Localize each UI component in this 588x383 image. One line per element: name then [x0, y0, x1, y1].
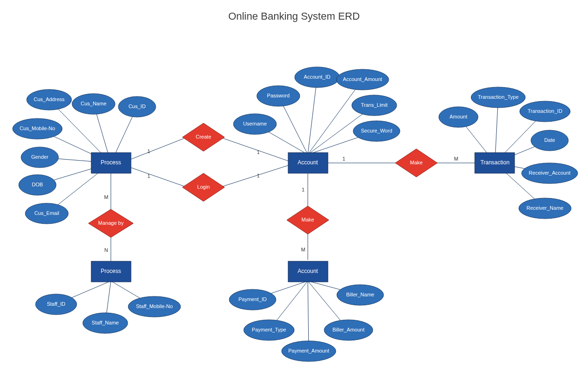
svg-text:Biller_Amount: Biller_Amount: [333, 327, 364, 332]
svg-text:Receiver_Name: Receiver_Name: [527, 205, 564, 211]
svg-text:Staff_ID: Staff_ID: [47, 301, 65, 307]
card-create-account: 1: [257, 149, 260, 155]
rel-make-trans: Make: [395, 149, 437, 177]
svg-line-9: [131, 168, 187, 187]
card-manage-process2: N: [104, 247, 108, 253]
card-process-create: 1: [147, 148, 150, 154]
svg-text:Create: Create: [196, 134, 211, 140]
svg-line-34: [308, 281, 309, 351]
attr-receiver-account: Receiver_Account: [522, 163, 578, 184]
attr-cus-email: Cus_Email: [25, 203, 68, 224]
attr-account-id: Account_ID: [295, 67, 340, 88]
attr-password: Password: [257, 86, 300, 106]
svg-line-7: [131, 137, 187, 159]
svg-text:Trans_Limit: Trans_Limit: [361, 102, 387, 108]
svg-text:Date: Date: [544, 137, 555, 143]
svg-text:Transaction: Transaction: [480, 159, 509, 166]
attr-cus-address: Cus_Address: [27, 89, 72, 110]
attr-payment-amount: Payment_Amount: [282, 341, 336, 361]
card-process-login: 1: [147, 173, 150, 179]
svg-line-16: [308, 80, 363, 155]
svg-text:Staff_Name: Staff_Name: [92, 320, 119, 325]
attr-staff-id: Staff_ID: [36, 294, 77, 315]
svg-text:Secure_Word: Secure_Word: [361, 128, 392, 133]
attr-receiver-name: Receiver_Name: [519, 198, 571, 219]
attr-payment-type: Payment_Type: [244, 320, 294, 340]
svg-text:Account_Amount: Account_Amount: [343, 76, 382, 82]
card-account-make1: 1: [302, 187, 305, 192]
entity-process: Process: [91, 153, 131, 173]
svg-text:Account: Account: [298, 159, 318, 166]
svg-text:Gender: Gender: [31, 154, 49, 160]
card-process-manage: M: [104, 194, 108, 200]
svg-text:Payment_Type: Payment_Type: [252, 327, 286, 332]
card-make1-account2: M: [301, 247, 305, 252]
entity-account: Account: [288, 153, 328, 173]
attr-amount: Amount: [439, 107, 478, 127]
card-account-make2: 1: [342, 156, 345, 162]
rel-make-account: Make: [287, 206, 329, 234]
attr-staff-name: Staff_Name: [83, 313, 128, 333]
svg-text:Manage by: Manage by: [98, 220, 124, 226]
attr-username: Username: [233, 114, 276, 134]
entity-transaction: Transaction: [475, 153, 515, 173]
attr-trans-type: Transaction_Type: [471, 87, 525, 108]
svg-text:Make: Make: [302, 217, 314, 222]
erd-canvas: 1 1 1 1 M N 1 M 1 M Process Process Acco…: [0, 0, 588, 383]
svg-line-8: [220, 137, 290, 162]
svg-text:Cus_Email: Cus_Email: [34, 210, 59, 216]
svg-text:Transaction_Type: Transaction_Type: [478, 94, 518, 100]
svg-text:Payment_Amount: Payment_Amount: [288, 348, 329, 354]
rel-create: Create: [182, 123, 225, 151]
svg-text:Make: Make: [410, 160, 423, 165]
svg-text:Transaction_ID: Transaction_ID: [528, 108, 562, 114]
svg-text:Cus_ID: Cus_ID: [129, 103, 146, 109]
attr-gender: Gender: [21, 147, 58, 168]
card-make2-trans: M: [454, 156, 458, 162]
svg-text:Username: Username: [243, 121, 267, 126]
attr-date: Date: [531, 130, 568, 151]
svg-text:Password: Password: [267, 93, 290, 98]
attr-dob: DOB: [19, 175, 56, 195]
svg-text:Amount: Amount: [450, 114, 467, 119]
attr-staff-mobile: Staff_Mobile-No: [128, 296, 181, 317]
attr-cus-mobile: Cus_Mobile-No: [13, 118, 62, 139]
attr-account-amount: Account_Amount: [336, 69, 389, 90]
attr-biller-name: Biller_Name: [337, 285, 384, 305]
svg-text:Process: Process: [101, 159, 121, 166]
svg-text:Receiver_Account: Receiver_Account: [529, 170, 570, 176]
entity-process2: Process: [91, 261, 131, 282]
svg-text:Cus_Address: Cus_Address: [34, 96, 65, 102]
svg-text:Payment_ID: Payment_ID: [239, 296, 267, 302]
rel-manage-by: Manage by: [88, 209, 133, 237]
attr-cus-id: Cus_ID: [118, 96, 156, 117]
attr-cus-name: Cus_Name: [72, 94, 115, 114]
svg-text:Login: Login: [197, 184, 210, 190]
attr-trans-limit: Trans_Limit: [352, 95, 397, 116]
svg-text:Biller_Name: Biller_Name: [346, 292, 374, 297]
attr-secure-word: Secure_Word: [353, 121, 400, 141]
svg-text:Account_ID: Account_ID: [304, 74, 331, 80]
svg-text:Cus_Mobile-No: Cus_Mobile-No: [20, 125, 55, 131]
rel-login: Login: [182, 173, 225, 201]
svg-text:Account: Account: [298, 268, 318, 274]
svg-text:Cus_Name: Cus_Name: [80, 101, 106, 106]
svg-line-10: [220, 165, 290, 187]
svg-text:Staff_Mobile-No: Staff_Mobile-No: [136, 303, 173, 309]
svg-text:Process: Process: [101, 268, 121, 274]
card-login-account: 1: [257, 173, 260, 178]
attr-biller-amount: Biller_Amount: [324, 320, 373, 340]
svg-text:DOB: DOB: [32, 182, 43, 187]
svg-line-15: [308, 77, 317, 155]
entity-account2: Account: [288, 261, 328, 282]
attr-payment-id: Payment_ID: [229, 289, 276, 310]
attr-trans-id: Transaction_ID: [520, 101, 570, 122]
